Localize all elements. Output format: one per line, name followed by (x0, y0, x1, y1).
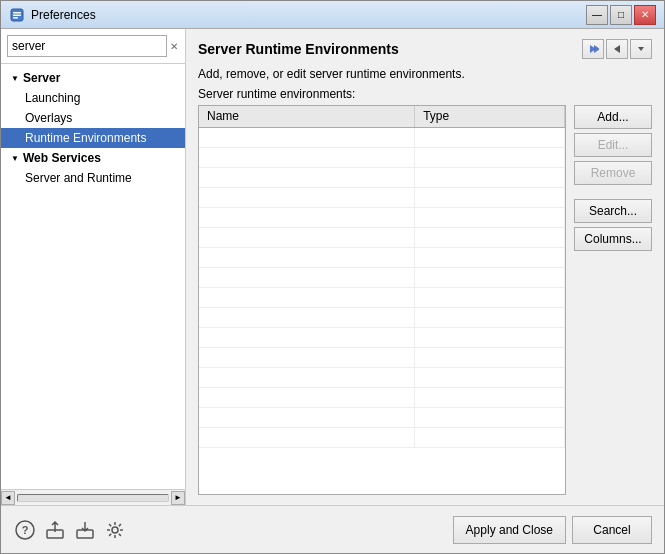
panel-description: Add, remove, or edit server runtime envi… (198, 67, 652, 81)
tree-item-label: Server and Runtime (25, 171, 132, 185)
horizontal-scrollbar[interactable]: ◄ ► (1, 489, 185, 505)
footer-right-buttons: Apply and Close Cancel (453, 516, 652, 544)
table-row (199, 188, 565, 208)
remove-button[interactable]: Remove (574, 161, 652, 185)
content-area: ✕ ▼ Server Launching Overlays Runtime En… (1, 29, 664, 505)
table-header: Name Type (199, 106, 565, 128)
footer-left-icons: ? (13, 518, 127, 542)
scroll-left-arrow[interactable]: ◄ (1, 491, 15, 505)
table-body (199, 128, 565, 494)
panel-sub-label: Server runtime environments: (198, 87, 652, 101)
svg-rect-2 (13, 14, 21, 16)
columns-button[interactable]: Columns... (574, 227, 652, 251)
tree-item-label: Overlays (25, 111, 72, 125)
export-button[interactable] (43, 518, 67, 542)
left-panel: ✕ ▼ Server Launching Overlays Runtime En… (1, 29, 186, 505)
svg-rect-1 (13, 12, 21, 14)
edit-button[interactable]: Edit... (574, 133, 652, 157)
maximize-button[interactable]: □ (610, 5, 632, 25)
search-clear-button[interactable]: ✕ (169, 38, 179, 54)
tree-item-overlays[interactable]: Overlays (1, 108, 185, 128)
expand-icon: ▼ (9, 72, 21, 84)
title-bar-buttons: — □ ✕ (586, 5, 656, 25)
svg-text:?: ? (22, 524, 29, 536)
runtime-environments-table[interactable]: Name Type (198, 105, 566, 495)
svg-rect-3 (13, 17, 18, 19)
search-box: ✕ (1, 29, 185, 64)
table-row (199, 348, 565, 368)
table-row (199, 308, 565, 328)
h-scroll-thumb[interactable] (17, 494, 169, 502)
table-row (199, 288, 565, 308)
col-header-type[interactable]: Type (415, 106, 565, 127)
panel-title: Server Runtime Environments (198, 41, 399, 57)
scroll-arrow-left[interactable]: ◄ (1, 491, 15, 505)
footer: ? Appl (1, 505, 664, 553)
h-scroll-track-area[interactable] (15, 490, 171, 505)
tree-item-label: Runtime Environments (25, 131, 146, 145)
tree-item-web-services[interactable]: ▼ Web Services (1, 148, 185, 168)
title-bar: Preferences — □ ✕ (1, 1, 664, 29)
expand-icon: ▼ (9, 152, 21, 164)
tree-item-label: Web Services (23, 151, 101, 165)
table-row (199, 388, 565, 408)
search-input[interactable] (7, 35, 167, 57)
table-row (199, 168, 565, 188)
apply-close-button[interactable]: Apply and Close (453, 516, 566, 544)
table-row (199, 248, 565, 268)
minimize-button[interactable]: — (586, 5, 608, 25)
search-button[interactable]: Search... (574, 199, 652, 223)
import-button[interactable] (73, 518, 97, 542)
panel-header: Server Runtime Environments (198, 39, 652, 59)
right-panel: Server Runtime Environments (186, 29, 664, 505)
add-button[interactable]: Add... (574, 105, 652, 129)
table-row (199, 408, 565, 428)
tree-item-launching[interactable]: Launching (1, 88, 185, 108)
nav-buttons (582, 39, 652, 59)
svg-point-8 (112, 527, 118, 533)
table-row (199, 148, 565, 168)
settings-button[interactable] (103, 518, 127, 542)
cancel-button[interactable]: Cancel (572, 516, 652, 544)
tree-item-server[interactable]: ▼ Server (1, 68, 185, 88)
tree-item-label: Server (23, 71, 60, 85)
window-icon (9, 7, 25, 23)
table-row (199, 268, 565, 288)
table-row (199, 368, 565, 388)
tree-item-label: Launching (25, 91, 80, 105)
button-spacer (574, 189, 652, 195)
table-row (199, 228, 565, 248)
nav-dropdown-button[interactable] (630, 39, 652, 59)
scroll-arrow-right[interactable]: ► (171, 491, 185, 505)
tree-item-server-and-runtime[interactable]: Server and Runtime (1, 168, 185, 188)
help-button[interactable]: ? (13, 518, 37, 542)
action-buttons: Add... Edit... Remove Search... Columns.… (574, 105, 652, 495)
table-row (199, 428, 565, 448)
scroll-right-arrow[interactable]: ► (171, 491, 185, 505)
preferences-window: Preferences — □ ✕ ✕ ▼ Server Launching (0, 0, 665, 554)
tree-item-runtime-environments[interactable]: Runtime Environments (1, 128, 185, 148)
close-button[interactable]: ✕ (634, 5, 656, 25)
table-row (199, 128, 565, 148)
table-area: Name Type (198, 105, 652, 495)
nav-forward-button[interactable] (582, 39, 604, 59)
tree-area: ▼ Server Launching Overlays Runtime Envi… (1, 64, 185, 489)
col-header-name[interactable]: Name (199, 106, 415, 127)
table-row (199, 208, 565, 228)
table-row (199, 328, 565, 348)
window-title: Preferences (31, 8, 586, 22)
nav-back-button[interactable] (606, 39, 628, 59)
